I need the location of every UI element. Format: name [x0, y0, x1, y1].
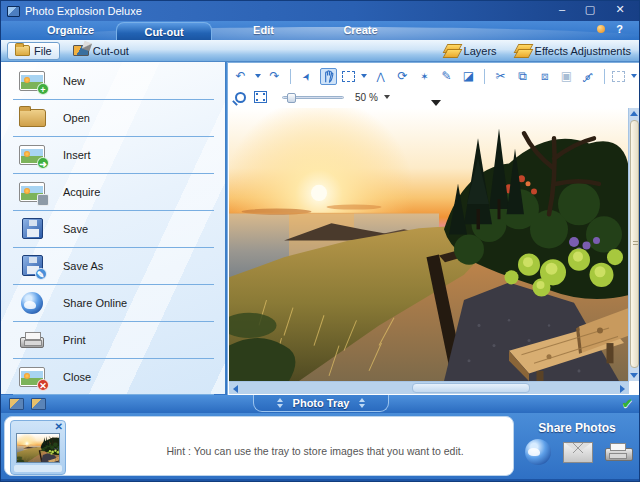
tab-cutout[interactable]: Cut-out — [116, 22, 212, 40]
scroll-left-icon[interactable] — [233, 385, 238, 393]
select-arrow-icon[interactable]: ➤ — [295, 64, 318, 87]
share-photos-label: Share Photos — [517, 421, 637, 435]
pan-hand-icon[interactable] — [320, 68, 337, 85]
separator — [484, 69, 485, 84]
undo-dropdown-caret-icon[interactable] — [255, 74, 261, 78]
camera-badge-icon — [37, 194, 49, 206]
close-button[interactable]: ✕ — [607, 3, 633, 16]
app-icon — [7, 6, 20, 17]
zoom-slider[interactable] — [282, 96, 344, 99]
selection-mode-icon[interactable] — [612, 71, 625, 82]
toolbar-collapse-icon[interactable] — [431, 100, 441, 106]
tray-add-icon[interactable] — [9, 398, 24, 410]
file-folder-icon — [15, 45, 30, 56]
sidebar-item-label: Print — [63, 334, 86, 346]
share-print-icon[interactable] — [605, 448, 633, 461]
horizontal-scroll-thumb[interactable] — [412, 383, 530, 393]
polygon-select-icon[interactable]: ⋀ — [372, 68, 389, 85]
close-photo-icon: ✕ — [19, 367, 45, 387]
sidebar-item-new[interactable]: + New — [1, 62, 226, 99]
sidebar-item-label: Open — [63, 112, 90, 124]
folder-icon — [19, 109, 46, 127]
canvas-toolbar-row1: ↶ ↷ ➤ ⋀ ⟳ ✶ ✎ ◪ ✂ ⧉ ⧈ ▣ ∮ — [232, 66, 640, 86]
scroll-down-icon[interactable] — [630, 373, 638, 378]
arrow-badge-icon: ➜ — [37, 157, 49, 169]
effects-label: Effects Adjustments — [535, 45, 631, 57]
sidebar-item-label: New — [63, 75, 85, 87]
tray-collapse-arrows-icon — [359, 398, 365, 408]
floppy-icon — [22, 218, 43, 239]
brush-tool-icon[interactable]: ✎ — [438, 68, 455, 85]
separator — [290, 69, 291, 84]
maximize-button[interactable]: ▢ — [577, 3, 603, 16]
tray-thumbnail[interactable]: ✕ — [10, 420, 66, 475]
file-button[interactable]: File — [7, 42, 60, 60]
layers-icon — [444, 44, 460, 57]
editor-canvas-panel: ↶ ↷ ➤ ⋀ ⟳ ✶ ✎ ◪ ✂ ⧉ ⧈ ▣ ∮ — [227, 62, 640, 396]
undo-icon[interactable]: ↶ — [232, 68, 249, 85]
fit-to-window-icon[interactable] — [254, 91, 267, 103]
tab-edit[interactable]: Edit — [216, 21, 311, 40]
zoom-dropdown-caret-icon[interactable] — [384, 95, 390, 99]
zoom-level-value: 50 % — [355, 92, 378, 103]
sidebar-item-close[interactable]: ✕ Close — [1, 358, 226, 395]
effects-adjustments-button[interactable]: Effects Adjustments — [513, 42, 633, 60]
sidebar-item-share-online[interactable]: Share Online — [1, 284, 226, 321]
share-email-icon[interactable] — [563, 442, 593, 463]
x-badge-icon: ✕ — [37, 379, 49, 391]
scroll-up-icon[interactable] — [630, 111, 638, 116]
application-window: Photo Explosion Deluxe – ▢ ✕ Organize Cu… — [0, 0, 640, 482]
sidebar-item-label: Save As — [63, 260, 103, 272]
globe-icon — [21, 292, 43, 314]
photo-canvas[interactable] — [229, 108, 629, 381]
marquee-select-icon[interactable] — [342, 71, 355, 82]
zoom-tool-icon[interactable] — [232, 89, 249, 106]
horizontal-scrollbar[interactable] — [229, 381, 629, 394]
window-title: Photo Explosion Deluxe — [25, 5, 142, 17]
attach-icon[interactable]: ∮ — [577, 64, 601, 88]
zoom-slider-thumb[interactable] — [287, 93, 296, 103]
sidebar-item-save[interactable]: Save — [1, 210, 226, 247]
status-dot-icon — [597, 25, 605, 33]
acquire-camera-icon — [19, 182, 45, 202]
sidebar-item-print[interactable]: Print — [1, 321, 226, 358]
plus-badge-icon: + — [37, 83, 49, 95]
tray-remove-icon[interactable] — [31, 398, 46, 410]
photo-tray-toggle[interactable]: Photo Tray — [253, 395, 389, 412]
selection-mode-caret-icon[interactable] — [631, 74, 637, 78]
floppy-edit-icon: ✎ — [22, 255, 43, 276]
sidebar-item-insert[interactable]: ➜ Insert — [1, 136, 226, 173]
marquee-dropdown-caret-icon[interactable] — [361, 74, 367, 78]
vertical-scrollbar[interactable] — [628, 108, 639, 381]
pencil-badge-icon: ✎ — [35, 268, 47, 280]
duplicate-icon[interactable]: ▣ — [558, 68, 575, 85]
vertical-scroll-thumb[interactable] — [630, 120, 639, 368]
sidebar-item-label: Share Online — [63, 297, 127, 309]
thumbnail-close-icon[interactable]: ✕ — [55, 421, 63, 432]
help-icon[interactable]: ? — [616, 23, 623, 35]
printer-icon — [20, 337, 44, 348]
tab-organize[interactable]: Organize — [23, 21, 118, 40]
scroll-right-icon[interactable] — [620, 385, 625, 393]
share-web-icon[interactable] — [525, 439, 551, 465]
magic-wand-icon[interactable]: ✶ — [416, 68, 433, 85]
cutout-button[interactable]: Cut-out — [66, 42, 136, 60]
paste-icon[interactable]: ⧈ — [536, 68, 553, 85]
confirm-check-icon[interactable]: ✔ — [622, 396, 633, 411]
layers-button[interactable]: Layers — [442, 42, 499, 60]
file-menu-sidebar: + New Open ➜ Insert Acquire Save ✎ Save … — [1, 62, 226, 394]
crop-tool-icon[interactable]: ◪ — [460, 68, 477, 85]
sidebar-item-acquire[interactable]: Acquire — [1, 173, 226, 210]
cut-icon[interactable]: ✂ — [492, 68, 509, 85]
sidebar-item-save-as[interactable]: ✎ Save As — [1, 247, 226, 284]
sidebar-item-label: Insert — [63, 149, 91, 161]
photo-tray-label: Photo Tray — [293, 397, 350, 409]
minimize-button[interactable]: – — [549, 3, 575, 15]
insert-photo-icon: ➜ — [19, 145, 45, 165]
copy-icon[interactable]: ⧉ — [514, 68, 531, 85]
tab-create[interactable]: Create — [313, 21, 408, 40]
file-button-label: File — [34, 45, 52, 57]
redo-icon[interactable]: ↷ — [266, 68, 283, 85]
rotate-tool-icon[interactable]: ⟳ — [394, 68, 411, 85]
sidebar-item-open[interactable]: Open — [1, 99, 226, 136]
